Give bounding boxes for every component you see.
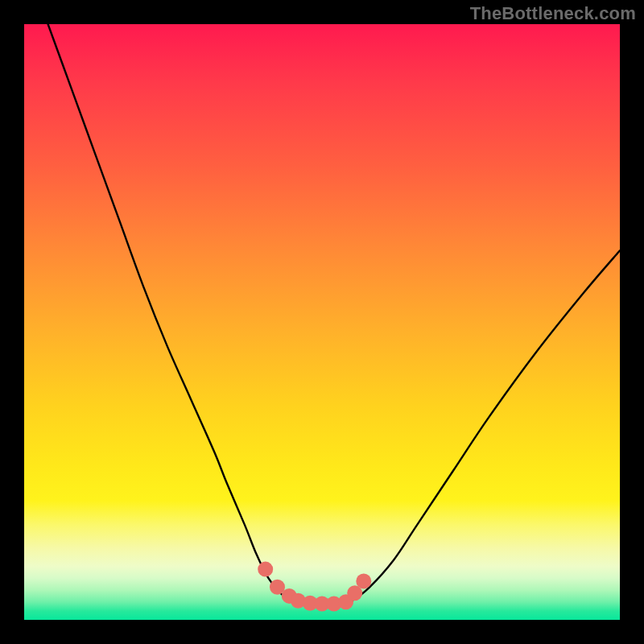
plot-area [24, 24, 620, 620]
chart-stage: TheBottleneck.com [0, 0, 644, 644]
marker-dot [356, 573, 371, 588]
marker-dot [258, 562, 273, 577]
watermark-text: TheBottleneck.com [470, 3, 636, 24]
marker-layer [24, 24, 620, 620]
flat-region-markers [258, 562, 371, 612]
